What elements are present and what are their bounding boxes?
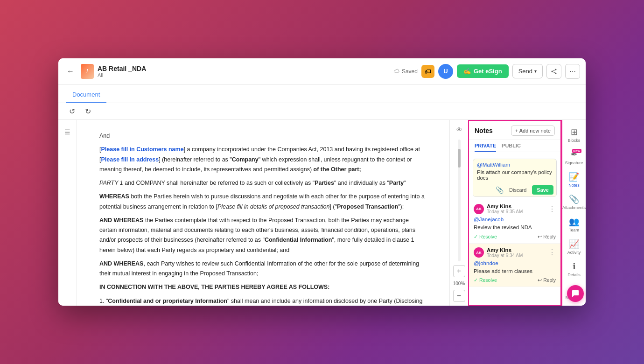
note-more-1[interactable]: ⋮ bbox=[548, 249, 556, 256]
notes-tabs: PRIVATE PUBLIC bbox=[469, 140, 560, 152]
resolve-button-0[interactable]: ✓ Resolve bbox=[474, 234, 497, 239]
note-mention-0: @Janejacob bbox=[474, 217, 504, 222]
zoom-level: 100% bbox=[453, 281, 465, 286]
sidebar-item-team[interactable]: 👥 Team bbox=[565, 214, 583, 235]
resolve-button-1[interactable]: ✓ Resolve bbox=[474, 277, 497, 283]
sidebar-item-signature[interactable]: New ✒ Signature bbox=[565, 147, 583, 168]
note-item-1: AK Amy Kins Today at 6:34 AM ⋮ @johndoe bbox=[469, 244, 560, 287]
new-note-mention: @MattWilliam bbox=[473, 159, 556, 168]
new-note-box: @MattWilliam Pls attach our company's po… bbox=[473, 159, 557, 197]
note-mention-1: @johndoe bbox=[474, 260, 498, 266]
scrollbar-thumb[interactable] bbox=[458, 149, 461, 168]
scrollbar-track[interactable] bbox=[458, 140, 461, 261]
doc-para-7: 1. "Confidential and or proprietary Info… bbox=[99, 296, 427, 306]
note-more-0[interactable]: ⋮ bbox=[548, 205, 556, 213]
back-button[interactable]: ← bbox=[64, 65, 77, 78]
left-sidebar: ☰ bbox=[58, 120, 77, 306]
add-new-note-button[interactable]: + Add new note bbox=[511, 126, 555, 136]
header: ← / AB Retail _NDA All Saved 🏷 U ✍ Get e… bbox=[58, 58, 586, 84]
note-time-1: Today at 6:34 AM bbox=[487, 253, 523, 258]
discard-note-button[interactable]: Discard bbox=[506, 186, 529, 194]
doc-right-controls: 👁 + 100% − bbox=[449, 120, 468, 306]
doc-title: AB Retail _NDA bbox=[98, 65, 390, 72]
send-button[interactable]: Send ▾ bbox=[512, 64, 543, 78]
doc-para-2: PARTY 1 and COMPANY shall hereinafter be… bbox=[99, 178, 427, 188]
reply-button-1[interactable]: ↩ Reply bbox=[538, 277, 556, 283]
saved-badge: Saved bbox=[393, 68, 418, 75]
new-badge: New bbox=[572, 149, 581, 153]
zoom-out-button[interactable]: − bbox=[453, 290, 465, 302]
new-note-body: Pls attach our company's policy docs bbox=[473, 168, 556, 183]
doc-subtitle: All bbox=[98, 72, 390, 78]
undo-button[interactable]: ↺ bbox=[66, 105, 78, 118]
note-time-0: Today at 6:35 AM bbox=[487, 209, 523, 214]
main-area: ☰ And [Please fill in Customers name] a … bbox=[58, 120, 586, 306]
doc-para-0: And bbox=[99, 131, 427, 141]
user-avatar[interactable]: U bbox=[438, 64, 453, 79]
note-user-info-0: AK Amy Kins Today at 6:35 AM bbox=[474, 203, 523, 214]
sidebar-item-attachments[interactable]: 📎 Attachments bbox=[565, 192, 583, 212]
zoom-in-button[interactable]: + bbox=[453, 265, 465, 277]
team-icon: 👥 bbox=[569, 217, 579, 227]
reply-button-0[interactable]: ↩ Reply bbox=[538, 234, 556, 239]
note-user-name-1: Amy Kins bbox=[487, 247, 523, 253]
sidebar-item-notes[interactable]: 📝 Notes bbox=[565, 169, 583, 190]
note-avatar-0: AK bbox=[474, 204, 484, 214]
note-user-row-0: AK Amy Kins Today at 6:35 AM ⋮ bbox=[474, 203, 556, 214]
cloud-saved-icon bbox=[393, 68, 400, 75]
edit-toolbar: ↺ ↻ bbox=[58, 103, 586, 120]
document-content[interactable]: And [Please fill in Customers name] a co… bbox=[77, 120, 449, 306]
svg-line-3 bbox=[553, 70, 555, 71]
chat-fab-button[interactable] bbox=[567, 285, 584, 302]
note-user-info-1: AK Amy Kins Today at 6:34 AM bbox=[474, 247, 523, 258]
notes-content: @MattWilliam Pls attach our company's po… bbox=[469, 152, 560, 305]
header-actions: 🏷 U ✍ Get eSign Send ▾ ⋯ bbox=[421, 64, 580, 79]
sidebar-item-activity[interactable]: 📈 Activity bbox=[565, 237, 583, 257]
doc-para-5: AND WHEREAS, each Party wishes to review… bbox=[99, 259, 427, 279]
tab-private[interactable]: PRIVATE bbox=[475, 143, 496, 152]
attach-icon[interactable]: 📎 bbox=[496, 186, 504, 194]
svg-line-4 bbox=[553, 71, 555, 73]
chat-icon bbox=[571, 289, 580, 298]
note-user-name-0: Amy Kins bbox=[487, 203, 523, 209]
new-note-actions: 📎 Discard Save bbox=[473, 183, 556, 196]
notes-panel: Notes + Add new note PRIVATE PUBLIC @Mat… bbox=[468, 120, 561, 306]
redo-button[interactable]: ↻ bbox=[82, 105, 94, 118]
note-body-1: @johndoe Please add term clauses bbox=[474, 259, 556, 276]
sidebar-item-settings[interactable]: ⚙ Settings bbox=[565, 304, 583, 306]
doc-para-3: WHEREAS both the Parties herein wish to … bbox=[99, 192, 427, 212]
attachments-icon: 📎 bbox=[569, 194, 579, 204]
right-sidebar: ⊞ Blocks New ✒ Signature 📝 Notes 📎 Attac… bbox=[561, 120, 586, 306]
note-footer-1: ✓ Resolve ↩ Reply bbox=[474, 277, 556, 283]
more-options-button[interactable]: ⋯ bbox=[565, 64, 580, 79]
sub-header: Document bbox=[58, 84, 586, 103]
share-button[interactable] bbox=[546, 64, 561, 79]
tag-icon-button[interactable]: 🏷 bbox=[421, 65, 434, 78]
doc-scroll-area: And [Please fill in Customers name] a co… bbox=[77, 120, 468, 306]
note-body-0: @Janejacob Review the revised NDA bbox=[474, 216, 556, 232]
blocks-icon: ⊞ bbox=[571, 127, 578, 137]
get-esign-button[interactable]: ✍ Get eSign bbox=[457, 64, 509, 78]
app-window: ← / AB Retail _NDA All Saved 🏷 U ✍ Get e… bbox=[58, 58, 586, 306]
tab-document[interactable]: Document bbox=[66, 87, 106, 103]
sidebar-item-blocks[interactable]: ⊞ Blocks bbox=[565, 125, 583, 145]
doc-para-4: AND WHEREAS the Parties contemplate that… bbox=[99, 216, 427, 255]
note-item-0: AK Amy Kins Today at 6:35 AM ⋮ @Janejaco… bbox=[469, 200, 560, 244]
tab-public[interactable]: PUBLIC bbox=[502, 143, 521, 152]
notes-title: Notes bbox=[475, 127, 493, 134]
preview-icon[interactable]: 👁 bbox=[453, 124, 465, 136]
notes-icon: 📝 bbox=[569, 172, 579, 182]
sidebar-item-details[interactable]: ℹ Details bbox=[565, 259, 583, 280]
doc-title-area: AB Retail _NDA All bbox=[98, 65, 390, 78]
doc-para-6: IN CONNECTION WITH THE ABOVE, THE PARTIE… bbox=[99, 282, 427, 292]
note-avatar-1: AK bbox=[474, 247, 484, 258]
share-icon bbox=[551, 68, 557, 75]
doc-para-1: [Please fill in Customers name] a compan… bbox=[99, 145, 427, 175]
save-note-button[interactable]: Save bbox=[532, 185, 553, 195]
notes-header: Notes + Add new note bbox=[469, 121, 560, 140]
details-icon: ℹ bbox=[573, 261, 576, 272]
activity-icon: 📈 bbox=[569, 239, 579, 249]
left-list-icon[interactable]: ☰ bbox=[61, 126, 74, 139]
doc-icon: / bbox=[81, 64, 94, 79]
note-footer-0: ✓ Resolve ↩ Reply bbox=[474, 234, 556, 239]
